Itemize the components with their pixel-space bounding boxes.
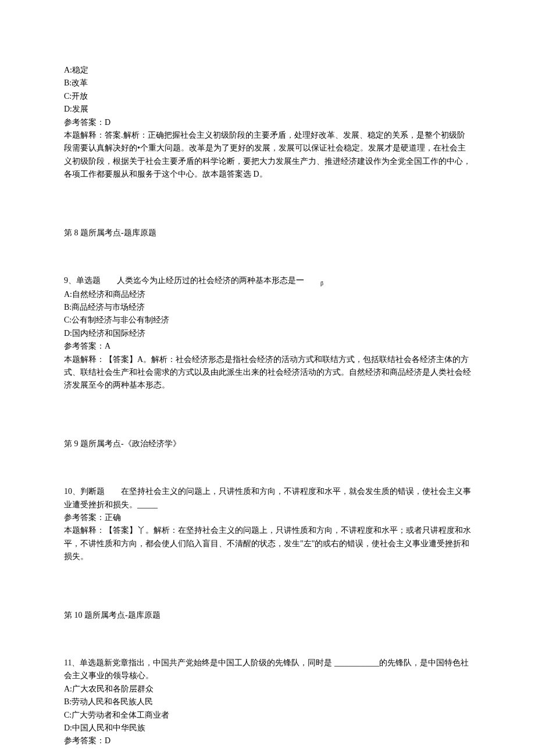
q9-stem-subscript: β — [320, 280, 323, 286]
question-9-block: 9、单选题 人类迄今为止经历过的社会经济的两种基本形态是一 β A:自然经济和商… — [64, 274, 471, 392]
q9-topic: 第 9 题所属考点-《政治经济学》 — [64, 438, 471, 450]
q11-answer: 参考答案：D — [64, 734, 471, 747]
q9-answer: 参考答案：A — [64, 340, 471, 353]
q10-answer: 参考答案：正确 — [64, 511, 471, 524]
document-page: A:稳定 B:改革 C:开放 D:发展 参考答案：D 本题解释：答案.解析：正确… — [0, 0, 535, 756]
q10-stem: 10、判断题 在坚持社会主义的问题上，只讲性质和方向，不讲程度和水平，就会发生质… — [64, 485, 471, 511]
q10-topic: 第 10 题所属考点-题库原题 — [64, 609, 471, 622]
spacer — [64, 403, 471, 438]
q11-option-b: B:劳动人民和各民族人民 — [64, 696, 471, 708]
spacer — [64, 622, 471, 657]
q10-explanation: 本题解释：【答案】丫。解析：在坚持社会主义的问题上，只讲性质和方向，不讲程度和水… — [64, 524, 471, 563]
q8-answer: 参考答案：D — [64, 116, 471, 129]
q9-stem-prefix: 9、单选题 人类迄今为止经历过的社会经济的两种基本形态是一 — [64, 276, 320, 285]
q9-option-a: A:自然经济和商品经济 — [64, 288, 471, 301]
q9-explanation: 本题解释：【答案】A。解析：社会经济形态是指社会经济的活动方式和联结方式，包括联… — [64, 353, 471, 392]
q9-option-c: C:公有制经济与非公有制经济 — [64, 314, 471, 327]
q9-option-d: D:国内经济和国际经济 — [64, 327, 471, 340]
q8-topic: 第 8 题所属考点-题库原题 — [64, 227, 471, 239]
q11-stem: 11、单选题新党章指出，中国共产党始终是中国工人阶级的先锋队，同时是 _____… — [64, 657, 471, 683]
q11-option-d: D:中国人民和中华民族 — [64, 722, 471, 734]
spacer — [64, 450, 471, 485]
q8-explanation: 本题解释：答案.解析：正确把握社会主义初级阶段的主要矛盾，处理好改革、发展、稳定… — [64, 129, 471, 181]
q8-option-c: C:开放 — [64, 90, 471, 103]
spacer — [64, 239, 471, 274]
q8-option-b: B:改革 — [64, 77, 471, 89]
q11-option-a: A:广大农民和各阶层群众 — [64, 683, 471, 696]
question-11-block: 11、单选题新党章指出，中国共产党始终是中国工人阶级的先锋队，同时是 _____… — [64, 657, 471, 748]
question-8-block: A:稳定 B:改革 C:开放 D:发展 参考答案：D 本题解释：答案.解析：正确… — [64, 64, 471, 181]
q9-option-b: B:商品经济与市场经济 — [64, 301, 471, 314]
question-10-block: 10、判断题 在坚持社会主义的问题上，只讲性质和方向，不讲程度和水平，就会发生质… — [64, 485, 471, 563]
q8-option-d: D:发展 — [64, 103, 471, 116]
q11-option-c: C:广大劳动者和全体工商业者 — [64, 709, 471, 722]
spacer — [64, 192, 471, 227]
q9-stem: 9、单选题 人类迄今为止经历过的社会经济的两种基本形态是一 β — [64, 274, 471, 288]
q8-option-a: A:稳定 — [64, 64, 471, 77]
spacer — [64, 574, 471, 609]
